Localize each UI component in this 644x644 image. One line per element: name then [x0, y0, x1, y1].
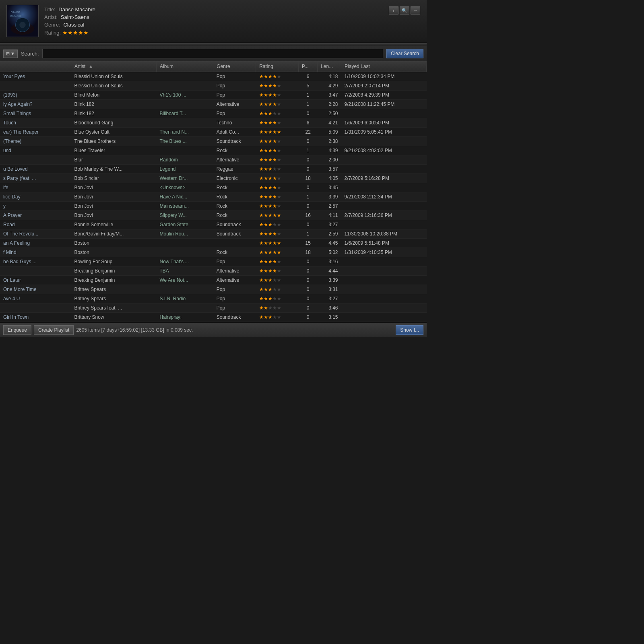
- cell-genre: [213, 239, 256, 248]
- table-row[interactable]: y Bon Jovi Mainstream... Rock ★★★★★ 0 2:…: [0, 202, 427, 211]
- col-header-length[interactable]: Len...: [318, 61, 341, 72]
- cell-album: TBA: [156, 266, 213, 276]
- col-header-rating[interactable]: Rating: [256, 61, 299, 72]
- cell-title: lice Day: [0, 192, 71, 202]
- cell-played-last: 1/6/2009 6:00:50 PM: [341, 118, 427, 128]
- cell-played-last: 2/7/2009 5:16:28 PM: [341, 174, 427, 183]
- cell-plays: 0: [299, 276, 318, 285]
- cell-title: [0, 155, 71, 165]
- cell-length: 4:29: [318, 81, 341, 91]
- enqueue-button[interactable]: Enqueue: [3, 325, 31, 335]
- table-row[interactable]: Breaking Benjamin TBA Alternative ★★★★★ …: [0, 266, 427, 276]
- cell-title: u Be Loved: [0, 165, 71, 174]
- cell-title: und: [0, 146, 71, 155]
- table-row[interactable]: Blur Random Alternative ★★★★★ 0 2:00: [0, 155, 427, 165]
- cell-album: [156, 81, 213, 91]
- table-row[interactable]: an A Feeling Boston ★★★★★ 15 4:45 1/6/20…: [0, 239, 427, 248]
- search-menu-button[interactable]: ⊞ ▼: [3, 50, 18, 58]
- cell-rating: ★★★★★: [256, 266, 299, 276]
- cell-album: Garden State: [156, 220, 213, 229]
- table-row[interactable]: ear) The Reaper Blue Oyster Cult Then an…: [0, 128, 427, 137]
- cell-genre: Rock: [213, 248, 256, 257]
- cell-artist: Bono/Gavin Friday/M...: [71, 229, 157, 239]
- track-title: Danse Macabre: [58, 6, 95, 12]
- table-row[interactable]: ly Age Again? Blink 182 Alternative ★★★★…: [0, 100, 427, 109]
- show-info-button[interactable]: Show I...: [396, 325, 423, 335]
- col-header-genre[interactable]: Genre: [213, 61, 256, 72]
- cell-rating: ★★★★★: [256, 285, 299, 294]
- cell-length: 4:44: [318, 266, 341, 276]
- table-row[interactable]: f Mind Boston Rock ★★★★★ 18 5:02 1/31/20…: [0, 248, 427, 257]
- table-row[interactable]: (Theme) The Blues Brothers The Blues ...…: [0, 137, 427, 146]
- cell-title: Girl In Town: [0, 313, 71, 322]
- cell-rating: ★★★★★: [256, 257, 299, 266]
- cell-genre: Rock: [213, 146, 256, 155]
- search-input[interactable]: [42, 49, 383, 58]
- track-info: Title: Danse Macabre Artist: Saint-Saens…: [44, 5, 383, 37]
- table-row[interactable]: Of The Revolu... Bono/Gavin Friday/M... …: [0, 229, 427, 239]
- cell-title: [0, 81, 71, 91]
- table-row[interactable]: ave 4 U Britney Spears S.I.N. Radio Pop …: [0, 294, 427, 303]
- table-row[interactable]: he Bad Guys ... Bowling For Soup Now Tha…: [0, 257, 427, 266]
- col-header-title[interactable]: [0, 61, 71, 72]
- cell-rating: ★★★★★: [256, 109, 299, 118]
- table-row[interactable]: ife Bon Jovi <Unknown> Rock ★★★★★ 0 3:45: [0, 183, 427, 192]
- col-header-artist[interactable]: Artist ▲: [71, 61, 157, 72]
- table-row[interactable]: A Prayer Bon Jovi Slippery W... Rock ★★★…: [0, 211, 427, 220]
- cell-plays: 0: [299, 266, 318, 276]
- table-row[interactable]: One More Time Britney Spears Pop ★★★★★ 0…: [0, 285, 427, 294]
- cell-plays: 15: [299, 239, 318, 248]
- cell-rating: ★★★★★: [256, 165, 299, 174]
- cell-title: Of The Revolu...: [0, 229, 71, 239]
- cell-plays: 0: [299, 183, 318, 192]
- table-row[interactable]: Britney Spears feat. ... Pop ★★★★★ 0 3:4…: [0, 303, 427, 313]
- table-row[interactable]: lice Day Bon Jovi Have A Nic... Rock ★★★…: [0, 192, 427, 202]
- table-row[interactable]: Small Things Blink 182 Billboard T... Po…: [0, 109, 427, 118]
- cell-title: [0, 303, 71, 313]
- cell-played-last: [341, 183, 427, 192]
- cell-rating: ★★★★★: [256, 72, 299, 81]
- table-row[interactable]: Road Bonnie Somerville Garden State Soun…: [0, 220, 427, 229]
- table-row[interactable]: Or Later Breaking Benjamin We Are Not...…: [0, 276, 427, 285]
- cell-title: s Party (feat. ...: [0, 174, 71, 183]
- cell-artist: The Blues Brothers: [71, 137, 157, 146]
- cell-genre: Rock: [213, 183, 256, 192]
- col-header-album[interactable]: Album: [156, 61, 213, 72]
- cell-plays: 1: [299, 146, 318, 155]
- cell-genre: Pop: [213, 109, 256, 118]
- cell-played-last: 9/21/2008 4:03:02 PM: [341, 146, 427, 155]
- create-playlist-button[interactable]: Create Playlist: [34, 325, 74, 335]
- table-row[interactable]: u Be Loved Bob Marley & The W... Legend …: [0, 165, 427, 174]
- cell-plays: 22: [299, 128, 318, 137]
- table-row[interactable]: Blessid Union of Souls Pop ★★★★★ 5 4:29 …: [0, 81, 427, 91]
- info-button[interactable]: i: [389, 6, 398, 14]
- col-header-played-last[interactable]: Played Last: [341, 61, 427, 72]
- col-header-plays[interactable]: P...: [299, 61, 318, 72]
- table-row[interactable]: s Party (feat. ... Bob Sinclar Western D…: [0, 174, 427, 183]
- table-row[interactable]: Touch Bloodhound Gang Techno ★★★★★ 6 4:2…: [0, 118, 427, 128]
- svg-text:MACABRE: MACABRE: [10, 15, 22, 17]
- table-row[interactable]: (1993) Blind Melon Vh1's 100 ... Pop ★★★…: [0, 91, 427, 100]
- status-text: 2605 items [7 days+16:59:02] [13.33 GB] …: [76, 327, 393, 333]
- table-row[interactable]: und Blues Traveler Rock ★★★★★ 1 4:39 9/2…: [0, 146, 427, 155]
- cell-length: 3:57: [318, 165, 341, 174]
- chevron-down-icon: ▼: [10, 51, 15, 56]
- search-toggle-button[interactable]: 🔍: [400, 6, 409, 14]
- cell-rating: ★★★★★: [256, 294, 299, 303]
- cell-album: We Are Not...: [156, 276, 213, 285]
- track-artist: Saint-Saens: [61, 14, 89, 20]
- cell-rating: ★★★★★: [256, 81, 299, 91]
- cell-album: Vh1's 100 ...: [156, 91, 213, 100]
- table-row[interactable]: Girl In Town Brittany Snow Hairspray: So…: [0, 313, 427, 322]
- cell-title: Road: [0, 220, 71, 229]
- cell-played-last: 11/30/2008 10:20:38 PM: [341, 229, 427, 239]
- cell-title: Touch: [0, 118, 71, 128]
- cell-length: 4:18: [318, 72, 341, 81]
- rating-row: Rating: ★★★★★: [44, 29, 383, 36]
- clear-search-button[interactable]: Clear Search: [386, 49, 423, 58]
- cell-played-last: 2/7/2009 2:07:14 PM: [341, 81, 427, 91]
- cell-rating: ★★★★★: [256, 91, 299, 100]
- table-row[interactable]: Your Eyes Blessid Union of Souls Pop ★★★…: [0, 72, 427, 81]
- navigate-button[interactable]: →: [411, 6, 420, 14]
- cell-genre: Soundtrack: [213, 313, 256, 322]
